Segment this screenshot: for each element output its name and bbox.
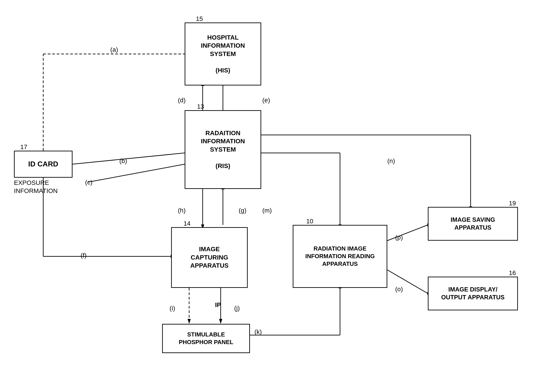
radiation-reading-box: RADIATION IMAGE INFORMATION READING APPA… [293,225,387,288]
label-h: (h) [178,207,186,214]
image-saving-label: IMAGE SAVING APPARATUS [450,216,495,232]
ris-id: 13 [197,103,204,110]
label-o: (o) [395,286,403,293]
label-g: (g) [239,207,246,214]
image-capturing-label: IMAGE CAPTURING APPARATUS [190,245,229,270]
svg-line-33 [387,270,428,294]
image-display-box: IMAGE DISPLAY/ OUTPUT APPARATUS [428,277,518,310]
image-saving-box: IMAGE SAVING APPARATUS [428,207,518,241]
image-capturing-id: 14 [183,220,190,227]
label-c: (c) [85,179,93,186]
svg-marker-19 [188,319,191,324]
ris-box: RADAITION INFORMATION SYSTEM (RIS) [185,110,261,189]
label-e: (e) [262,97,270,104]
label-d: (d) [178,97,186,104]
label-i: (i) [170,305,175,312]
stimulable-label: STIMULABLE PHOSPHOR PANEL [179,331,233,346]
id-card-id: 17 [20,143,27,151]
id-card-label: ID CARD [28,160,58,169]
image-saving-id: 19 [509,200,516,207]
label-n: (n) [387,157,395,165]
his-label: HOSPITAL INFORMATION SYSTEM (HIS) [201,34,245,74]
his-id: 15 [196,15,203,22]
his-box: HOSPITAL INFORMATION SYSTEM (HIS) [185,22,261,85]
image-capturing-box: IMAGE CAPTURING APPARATUS [171,227,248,288]
radiation-reading-id: 10 [306,218,313,225]
label-p: (p) [395,234,403,241]
label-m: (m) [262,207,272,214]
label-f: (f) [81,252,87,259]
id-card-box: ID CARD [14,151,72,178]
exposure-info-label: EXPOSUREINFORMATION [14,179,58,195]
label-k: (k) [254,328,262,336]
image-display-id: 16 [509,269,516,277]
stimulable-box: STIMULABLE PHOSPHOR PANEL [162,324,250,353]
label-b: (b) [119,157,127,165]
label-a: (a) [110,46,118,53]
ris-label: RADAITION INFORMATION SYSTEM (RIS) [201,129,245,170]
svg-line-5 [88,164,185,182]
radiation-reading-label: RADIATION IMAGE INFORMATION READING APPA… [305,245,375,268]
svg-line-31 [387,225,428,241]
label-j: (j) [234,305,240,312]
label-ip: IP [215,301,221,308]
image-display-label: IMAGE DISPLAY/ OUTPUT APPARATUS [441,286,505,301]
arrows-svg [0,0,551,392]
svg-line-3 [72,153,185,164]
diagram: HOSPITAL INFORMATION SYSTEM (HIS) 15 RAD… [0,0,551,392]
svg-marker-21 [219,319,222,324]
